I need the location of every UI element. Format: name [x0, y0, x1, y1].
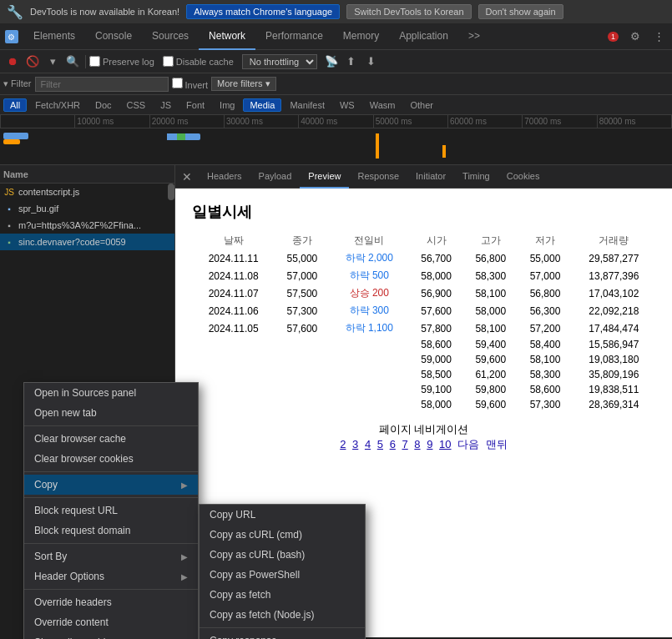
devtools-logo-icon: 🔧	[7, 4, 23, 20]
search-icon[interactable]: 🔍	[63, 53, 82, 71]
disable-cache-checkbox[interactable]: Disable cache	[163, 56, 234, 67]
ctx-open-new-tab[interactable]: Open new tab	[24, 403, 198, 423]
context-menu: Open in Sources panel Open new tab Clear…	[23, 382, 199, 639]
type-css[interactable]: CSS	[120, 98, 153, 112]
notification-bar: 🔧 DevTools is now available in Korean! A…	[0, 0, 672, 23]
copy-submenu-arrow: ▶	[181, 481, 188, 490]
tab-sources[interactable]: Sources	[142, 23, 199, 50]
submenu-copy-powershell[interactable]: Copy as PowerShell	[200, 565, 365, 585]
filter-icon[interactable]: ▾	[43, 53, 62, 71]
submenu-copy-fetch-node[interactable]: Copy as fetch (Node.js)	[200, 605, 365, 625]
submenu-divider-1	[200, 627, 365, 628]
preserve-log-checkbox[interactable]: Preserve log	[89, 56, 154, 67]
always-match-language-button[interactable]: Always match Chrome's language	[186, 4, 340, 19]
ctx-show-all-overrides[interactable]: Show all overrides	[24, 632, 198, 639]
ctx-clear-cache[interactable]: Clear browser cache	[24, 429, 198, 449]
toolbar: ⏺ 🚫 ▾ 🔍 Preserve log Disable cache No th…	[0, 50, 672, 73]
tab-elements[interactable]: Elements	[23, 23, 85, 50]
type-manifest[interactable]: Manifest	[283, 98, 331, 112]
devtools-logo-icon: ⚙	[3, 28, 20, 45]
type-fetch-xhr[interactable]: Fetch/XHR	[28, 98, 87, 112]
main-area: 10000 ms 20000 ms 30000 ms 40000 ms 5000…	[0, 115, 672, 637]
dont-show-again-button[interactable]: Don't show again	[478, 4, 563, 19]
switch-to-korean-button[interactable]: Switch DevTools to Korean	[346, 4, 471, 19]
type-other[interactable]: Other	[403, 98, 440, 112]
svg-text:⚙: ⚙	[8, 33, 15, 42]
tab-console[interactable]: Console	[85, 23, 142, 50]
ctx-open-sources[interactable]: Open in Sources panel	[24, 383, 198, 403]
tab-network[interactable]: Network	[199, 23, 255, 50]
ctx-override-headers[interactable]: Override headers	[24, 592, 198, 612]
filter-bar: ▾ Filter Invert More filters ▾	[0, 73, 672, 95]
ctx-divider-5	[24, 589, 198, 590]
ctx-override-content[interactable]: Override content	[24, 612, 198, 632]
type-media[interactable]: Media	[243, 98, 281, 112]
copy-submenu: Copy URL Copy as cURL (cmd) Copy as cURL…	[199, 504, 366, 639]
ctx-divider-3	[24, 497, 198, 498]
submenu-copy-curl-cmd[interactable]: Copy as cURL (cmd)	[200, 525, 365, 545]
ctx-divider-4	[24, 543, 198, 544]
filter-label: ▾ Filter	[3, 78, 32, 89]
clear-icon[interactable]: ⬇	[362, 53, 381, 71]
context-menu-overlay[interactable]: Open in Sources panel Open new tab Clear…	[0, 115, 672, 637]
type-filter-bar: All Fetch/XHR Doc CSS JS Font Img Media …	[0, 95, 672, 115]
header-submenu-arrow: ▶	[181, 572, 188, 581]
stop-icon[interactable]: 🚫	[23, 53, 42, 71]
ctx-sort-by[interactable]: Sort By ▶	[24, 546, 198, 566]
filter-input[interactable]	[35, 77, 169, 92]
type-font[interactable]: Font	[179, 98, 211, 112]
preserve-log-input[interactable]	[89, 56, 100, 67]
ctx-header-options[interactable]: Header Options ▶	[24, 566, 198, 586]
tab-bar: ⚙ Elements Console Sources Network Perfo…	[0, 23, 672, 50]
divider1	[85, 55, 86, 68]
more-options-icon[interactable]: ⋮	[649, 27, 669, 47]
type-ws[interactable]: WS	[333, 98, 361, 112]
more-filters-button[interactable]: More filters ▾	[211, 77, 275, 91]
tab-more[interactable]: >>	[458, 23, 490, 50]
ctx-divider-1	[24, 425, 198, 426]
tab-memory[interactable]: Memory	[333, 23, 389, 50]
type-all[interactable]: All	[3, 98, 27, 112]
type-js[interactable]: JS	[154, 98, 178, 112]
sort-submenu-arrow: ▶	[181, 552, 188, 561]
record-icon[interactable]: ⏺	[3, 53, 22, 71]
tab-performance[interactable]: Performance	[255, 23, 333, 50]
type-wasm[interactable]: Wasm	[363, 98, 402, 112]
import-icon[interactable]: 📡	[322, 53, 341, 71]
throttle-select[interactable]: No throttling	[242, 54, 317, 69]
submenu-copy-url[interactable]: Copy URL	[200, 505, 365, 525]
submenu-copy-fetch[interactable]: Copy as fetch	[200, 585, 365, 605]
export-icon[interactable]: ⬆	[342, 53, 361, 71]
type-doc[interactable]: Doc	[88, 98, 119, 112]
submenu-copy-response[interactable]: Copy response	[200, 631, 365, 639]
submenu-copy-curl-bash[interactable]: Copy as cURL (bash)	[200, 545, 365, 565]
invert-checkbox[interactable]: Invert	[172, 78, 209, 90]
ctx-divider-2	[24, 471, 198, 472]
error-badge: 1	[608, 32, 619, 42]
ctx-clear-cookies[interactable]: Clear browser cookies	[24, 449, 198, 469]
ctx-copy[interactable]: Copy ▶	[24, 475, 198, 495]
ctx-block-url[interactable]: Block request URL	[24, 501, 198, 521]
disable-cache-input[interactable]	[163, 56, 174, 67]
notification-text: DevTools is now available in Korean!	[30, 7, 179, 17]
ctx-block-domain[interactable]: Block request domain	[24, 521, 198, 541]
tab-application[interactable]: Application	[389, 23, 458, 50]
settings-icon[interactable]: ⚙	[625, 27, 645, 47]
type-img[interactable]: Img	[213, 98, 241, 112]
